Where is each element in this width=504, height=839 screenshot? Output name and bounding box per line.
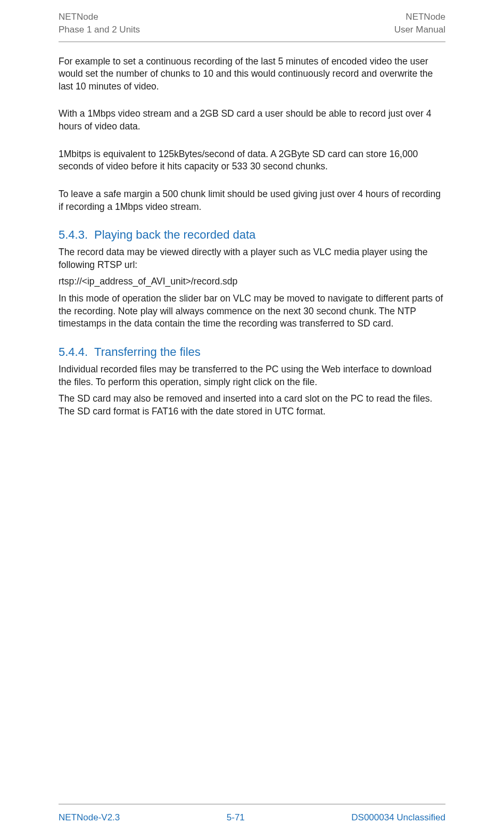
section-title-2: Transferring the files (94, 345, 201, 359)
header-product-subtitle: Phase 1 and 2 Units (59, 23, 140, 36)
page-header: NETNode Phase 1 and 2 Units NETNode User… (59, 11, 445, 42)
paragraph-rtsp-url: rtsp://<ip_address_of_AVI_unit>/record.s… (59, 275, 445, 288)
section-number-2: 5.4.4. (59, 345, 88, 359)
header-left-group: NETNode Phase 1 and 2 Units (59, 11, 140, 36)
paragraph-playback-2: In this mode of operation the slider bar… (59, 292, 445, 330)
header-product-name: NETNode (59, 11, 140, 23)
paragraph-intro-1: For example to set a continuous recordin… (59, 55, 445, 93)
footer-doc-id: DS000034 Unclassified (351, 812, 445, 823)
paragraph-intro-3: 1Mbitps is equivalent to 125kBytes/secon… (59, 148, 445, 173)
section-heading-transfer: 5.4.4.Transferring the files (59, 345, 445, 359)
section-number-1: 5.4.3. (59, 228, 88, 241)
footer-version: NETNode-V2.3 (59, 812, 120, 823)
page-content: NETNode Phase 1 and 2 Units NETNode User… (0, 0, 504, 418)
header-right-group: NETNode User Manual (394, 11, 445, 36)
section-heading-playback: 5.4.3.Playing back the recorded data (59, 228, 445, 242)
paragraph-intro-2: With a 1Mbps video stream and a 2GB SD c… (59, 108, 445, 133)
paragraph-playback-1: The record data may be viewed directly w… (59, 246, 445, 271)
paragraph-intro-4: To leave a safe margin a 500 chunk limit… (59, 188, 445, 213)
header-doc-name: NETNode (394, 11, 445, 23)
page-footer: NETNode-V2.3 5-71 DS000034 Unclassified (59, 804, 445, 823)
paragraph-transfer-1: Individual recorded files may be transfe… (59, 363, 445, 388)
section-title-1: Playing back the recorded data (94, 228, 255, 241)
header-doc-type: User Manual (394, 23, 445, 36)
footer-page-number: 5-71 (227, 812, 245, 823)
paragraph-transfer-2: The SD card may also be removed and inse… (59, 393, 445, 418)
